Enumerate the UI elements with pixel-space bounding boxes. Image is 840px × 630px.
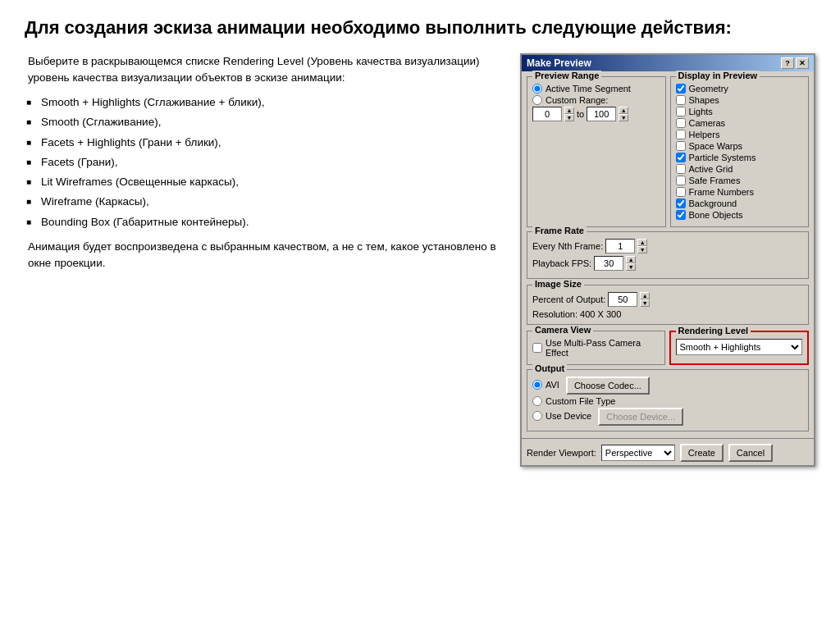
dialog-title: Make Preview — [527, 57, 591, 69]
helpers-label: Helpers — [689, 130, 720, 139]
active-grid-row: Active Grid — [676, 164, 804, 174]
lights-checkbox[interactable] — [676, 107, 686, 116]
use-device-radio[interactable] — [532, 411, 542, 421]
help-button[interactable]: ? — [781, 57, 794, 69]
bone-objects-checkbox[interactable] — [676, 210, 686, 220]
output-content: AVI Choose Codec... Custom File Type Use… — [532, 377, 803, 426]
particle-systems-label: Particle Systems — [689, 153, 756, 162]
image-size-content: Percent of Output: ▲▼ Resolution: 400 X … — [532, 292, 803, 319]
rendering-level-content: Smooth + Highlights Smooth Facets + High… — [676, 339, 803, 355]
choose-device-button[interactable]: Choose Device... — [598, 408, 683, 426]
resolution-value: 400 X 300 — [580, 309, 621, 319]
frame-rate-group: Frame Rate Every Nth Frame: ▲▼ Playback … — [527, 231, 809, 279]
playback-fps-label: Playback FPS: — [532, 258, 591, 268]
geometry-checkbox[interactable] — [676, 84, 686, 94]
playback-fps-down[interactable]: ▼ — [626, 263, 636, 271]
to-label: to — [577, 109, 584, 119]
list-item: Facets + Highlights (Грани + блики), — [25, 133, 504, 153]
shapes-label: Shapes — [689, 95, 719, 105]
cancel-button[interactable]: Cancel — [728, 444, 773, 462]
playback-fps-input[interactable] — [594, 256, 623, 271]
resolution-label: Resolution: — [532, 309, 578, 319]
list-item: Facets (Грани), — [25, 153, 504, 172]
space-warps-row: Space Warps — [676, 141, 804, 151]
choose-codec-button[interactable]: Choose Codec... — [566, 377, 650, 395]
percent-label: Percent of Output: — [532, 294, 605, 304]
viewport-select[interactable]: Perspective Front Top Left — [601, 445, 675, 461]
shapes-checkbox[interactable] — [676, 95, 686, 105]
top-row: Preview Range Active Time Segment Custom… — [527, 76, 809, 227]
custom-file-row: Custom File Type — [532, 396, 803, 406]
list: Smooth + Highlights (Сглаживание + блики… — [25, 93, 504, 232]
bone-objects-row: Bone Objects — [676, 210, 804, 220]
active-time-segment-radio[interactable] — [532, 84, 542, 94]
multipass-checkbox[interactable] — [532, 343, 542, 353]
image-size-label: Image Size — [532, 279, 584, 289]
range-from-up[interactable]: ▲ — [564, 107, 574, 114]
range-from-input[interactable] — [532, 107, 562, 121]
use-device-row: Use Device — [532, 411, 591, 421]
lights-row: Lights — [676, 107, 804, 116]
rendering-level-group: Rendering Level Smooth + Highlights Smoo… — [669, 331, 810, 365]
particle-systems-checkbox[interactable] — [676, 153, 686, 162]
custom-range-radio[interactable] — [532, 95, 542, 105]
percent-up[interactable]: ▲ — [640, 292, 650, 299]
output-group: Output AVI Choose Codec... Custom File T… — [527, 369, 809, 431]
every-nth-up[interactable]: ▲ — [637, 239, 647, 246]
use-device-label: Use Device — [546, 411, 591, 421]
note-text: Анимация будет воспроизведена с выбранны… — [25, 239, 504, 272]
every-nth-down[interactable]: ▼ — [637, 246, 647, 253]
geometry-row: Geometry — [676, 84, 804, 94]
safe-frames-checkbox[interactable] — [676, 176, 686, 185]
percent-input[interactable] — [608, 292, 637, 307]
range-from-down[interactable]: ▼ — [564, 114, 574, 121]
every-nth-label: Every Nth Frame: — [532, 241, 603, 251]
playback-fps-up[interactable]: ▲ — [626, 256, 636, 263]
range-to-down[interactable]: ▼ — [619, 114, 628, 121]
every-nth-row: Every Nth Frame: ▲▼ — [532, 239, 803, 253]
background-label: Background — [689, 199, 737, 208]
preview-range-group: Preview Range Active Time Segment Custom… — [527, 76, 666, 227]
dialog-divider — [522, 438, 814, 439]
frame-numbers-checkbox[interactable] — [676, 187, 686, 197]
range-to-input[interactable] — [587, 107, 616, 121]
cameras-checkbox[interactable] — [676, 118, 686, 128]
page-title: Для создания эскиза анимации необходимо … — [25, 16, 815, 40]
display-in-preview-group: Display in Preview Geometry Shapes Li — [670, 76, 810, 227]
camera-rendering-row: Camera View Use Multi-Pass Camera Effect… — [527, 331, 809, 365]
active-time-segment-row: Active Time Segment — [532, 84, 660, 94]
every-nth-input[interactable] — [605, 239, 635, 253]
percent-down[interactable]: ▼ — [640, 299, 650, 307]
avi-radio[interactable] — [532, 380, 542, 390]
cameras-row: Cameras — [676, 118, 804, 128]
lights-label: Lights — [689, 107, 713, 116]
list-item: Lit Wireframes (Освещенные каркасы), — [25, 172, 504, 192]
bone-objects-label: Bone Objects — [689, 210, 743, 220]
background-row: Background — [676, 199, 804, 208]
particle-systems-row: Particle Systems — [676, 153, 804, 162]
space-warps-checkbox[interactable] — [676, 141, 686, 151]
range-to-up[interactable]: ▲ — [619, 107, 628, 114]
space-warps-label: Space Warps — [689, 141, 743, 151]
create-button[interactable]: Create — [680, 444, 724, 462]
dialog-footer: Render Viewport: Perspective Front Top L… — [522, 441, 814, 465]
background-checkbox[interactable] — [676, 199, 686, 208]
frame-rate-label: Frame Rate — [532, 226, 587, 235]
custom-range-row: Custom Range: — [532, 95, 660, 105]
list-item: Wireframe (Каркасы), — [25, 192, 504, 212]
active-grid-checkbox[interactable] — [676, 164, 686, 174]
render-viewport-label: Render Viewport: — [527, 448, 596, 458]
avi-row: AVI — [532, 380, 559, 390]
close-button[interactable]: ✕ — [796, 57, 809, 69]
custom-file-radio[interactable] — [532, 396, 542, 406]
intro-text: Выберите в раскрывающемся списке Renderi… — [25, 53, 504, 87]
percent-row: Percent of Output: ▲▼ — [532, 292, 803, 307]
range-inputs: ▲▼ to ▲▼ — [532, 107, 660, 121]
rendering-level-label: Rendering Level — [676, 326, 751, 336]
helpers-checkbox[interactable] — [676, 130, 686, 139]
camera-view-group: Camera View Use Multi-Pass Camera Effect — [527, 331, 665, 365]
active-grid-label: Active Grid — [689, 164, 733, 174]
helpers-row: Helpers — [676, 130, 804, 139]
rendering-level-select[interactable]: Smooth + Highlights Smooth Facets + High… — [676, 339, 803, 355]
preview-range-label: Preview Range — [532, 71, 601, 80]
